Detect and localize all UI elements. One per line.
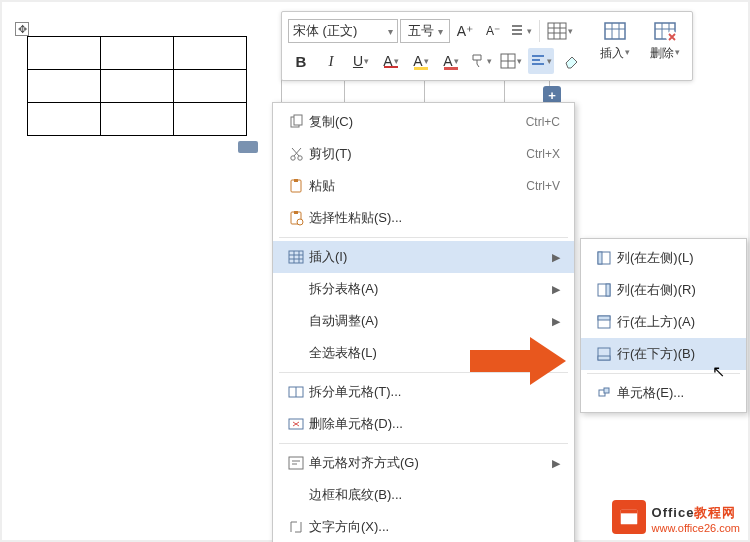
italic-button[interactable]: I xyxy=(318,48,344,74)
menu-split-table[interactable]: 拆分表格(A) ▶ xyxy=(273,273,574,305)
submenu-row-above[interactable]: 行(在上方)(A) xyxy=(581,306,746,338)
row-below-icon xyxy=(591,346,617,362)
svg-rect-29 xyxy=(620,510,637,514)
context-menu: 复制(C) Ctrl+C 剪切(T) Ctrl+X 粘贴 Ctrl+V 选择性粘… xyxy=(272,102,575,542)
submenu-col-left[interactable]: 列(在左侧)(L) xyxy=(581,242,746,274)
cut-icon xyxy=(283,146,309,162)
format-painter-button[interactable]: ▾ xyxy=(468,48,494,74)
menu-copy[interactable]: 复制(C) Ctrl+C xyxy=(273,106,574,138)
pointer-arrow-head xyxy=(530,337,566,385)
svg-rect-25 xyxy=(598,356,610,360)
font-size-select[interactable]: 五号 ▾ xyxy=(400,19,450,43)
svg-rect-21 xyxy=(606,284,610,296)
align-button[interactable]: ▾ xyxy=(528,48,554,74)
watermark: Office教程网 www.office26.com xyxy=(612,500,740,534)
svg-rect-1 xyxy=(605,23,625,39)
strike-button[interactable]: A▾ xyxy=(378,48,404,74)
menu-delete-cell[interactable]: 删除单元格(D)... xyxy=(273,408,574,440)
table-move-handle[interactable]: ✥ xyxy=(15,22,29,36)
svg-point-7 xyxy=(291,156,295,160)
pointer-arrow xyxy=(470,350,530,372)
submenu-arrow-icon: ▶ xyxy=(552,315,560,328)
linespacing-button[interactable]: ▾ xyxy=(508,18,534,44)
svg-point-8 xyxy=(298,156,302,160)
menu-separator xyxy=(587,373,740,374)
font-color-button[interactable]: A▾ xyxy=(438,48,464,74)
svg-rect-23 xyxy=(598,316,610,320)
col-left-icon xyxy=(591,250,617,266)
menu-cut[interactable]: 剪切(T) Ctrl+X xyxy=(273,138,574,170)
dropdown-icon: ▾ xyxy=(388,26,393,37)
svg-point-13 xyxy=(297,219,303,225)
svg-rect-17 xyxy=(289,457,303,469)
menu-split-cell[interactable]: 拆分单元格(T)... xyxy=(273,376,574,408)
font-size-value: 五号 xyxy=(408,22,434,40)
menu-insert[interactable]: 插入(I) ▶ xyxy=(273,241,574,273)
menu-borders-shading[interactable]: 边框和底纹(B)... xyxy=(273,479,574,511)
table-resize-handle[interactable] xyxy=(238,141,258,153)
decrease-font-button[interactable]: A⁻ xyxy=(480,18,506,44)
insert-submenu: 列(在左侧)(L) 列(在右侧)(R) 行(在上方)(A) 行(在下方)(B) … xyxy=(580,238,747,413)
document-table[interactable] xyxy=(27,36,247,136)
svg-rect-0 xyxy=(548,23,566,39)
font-name-value: 宋体 (正文) xyxy=(293,22,357,40)
table-icon xyxy=(283,249,309,265)
submenu-arrow-icon: ▶ xyxy=(552,457,560,470)
delete-split-button[interactable]: 删除▾ xyxy=(644,15,686,67)
submenu-col-right[interactable]: 列(在右侧)(R) xyxy=(581,274,746,306)
menu-separator xyxy=(279,237,568,238)
svg-rect-6 xyxy=(294,115,302,125)
menu-cell-align[interactable]: 单元格对齐方式(G) ▶ xyxy=(273,447,574,479)
submenu-cell[interactable]: 单元格(E)... xyxy=(581,377,746,409)
split-cell-icon xyxy=(283,384,309,400)
svg-rect-10 xyxy=(294,179,298,182)
menu-paste-special[interactable]: 选择性粘贴(S)... xyxy=(273,202,574,234)
cell-icon xyxy=(591,385,617,401)
bold-button[interactable]: B xyxy=(288,48,314,74)
svg-rect-27 xyxy=(604,388,609,393)
submenu-row-below[interactable]: 行(在下方)(B) xyxy=(581,338,746,370)
menu-paste[interactable]: 粘贴 Ctrl+V xyxy=(273,170,574,202)
svg-rect-19 xyxy=(598,252,602,264)
borders-button[interactable]: ▾ xyxy=(498,48,524,74)
col-right-icon xyxy=(591,282,617,298)
dropdown-icon: ▾ xyxy=(438,26,443,37)
svg-rect-12 xyxy=(294,211,298,214)
submenu-arrow-icon: ▶ xyxy=(552,283,560,296)
menu-text-direction[interactable]: 文字方向(X)... xyxy=(273,511,574,542)
text-direction-icon xyxy=(283,519,309,535)
submenu-arrow-icon: ▶ xyxy=(552,251,560,264)
delete-cell-icon xyxy=(283,416,309,432)
mini-toolbar: 宋体 (正文) ▾ 五号 ▾ A⁺ A⁻ ▾ ▾ 插入▾ 删除▾ xyxy=(281,11,693,81)
increase-font-button[interactable]: A⁺ xyxy=(452,18,478,44)
menu-separator xyxy=(279,443,568,444)
highlight-button[interactable]: A▾ xyxy=(408,48,434,74)
paste-icon xyxy=(283,178,309,194)
watermark-badge-icon xyxy=(612,500,646,534)
copy-icon xyxy=(283,114,309,130)
eraser-button[interactable] xyxy=(558,48,584,74)
menu-autofit[interactable]: 自动调整(A) ▶ xyxy=(273,305,574,337)
row-above-icon xyxy=(591,314,617,330)
underline-button[interactable]: U▾ xyxy=(348,48,374,74)
svg-rect-14 xyxy=(289,251,303,263)
paste-special-icon xyxy=(283,210,309,226)
menu-separator xyxy=(279,372,568,373)
font-name-select[interactable]: 宋体 (正文) ▾ xyxy=(288,19,398,43)
table-style-button[interactable]: ▾ xyxy=(545,18,575,44)
insert-split-button[interactable]: 插入▾ xyxy=(594,15,636,67)
align-icon xyxy=(283,455,309,471)
